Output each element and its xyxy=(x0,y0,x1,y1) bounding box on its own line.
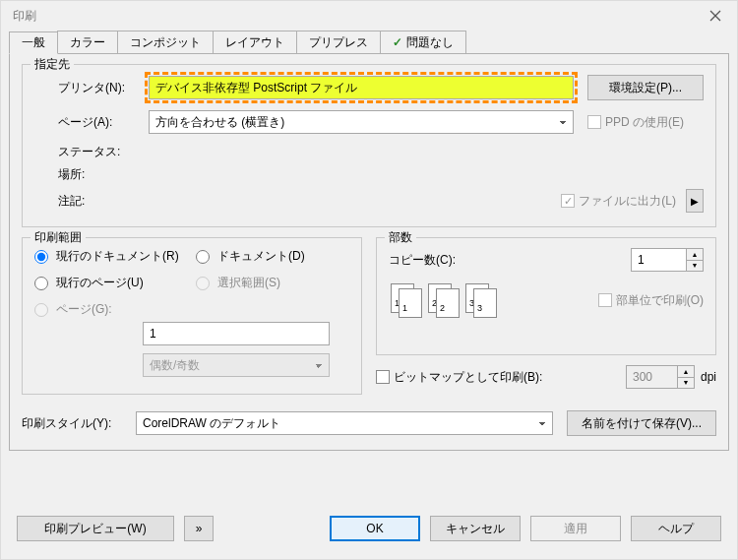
dpi-unit: dpi xyxy=(701,370,716,384)
tab-label: コンポジット xyxy=(130,34,201,51)
checkbox-icon xyxy=(598,293,612,307)
cancel-button[interactable]: キャンセル xyxy=(430,516,521,541)
group-print-range: 印刷範囲 現行のドキュメント(R) 現行のページ(U) ページ(G): ドキュメ… xyxy=(22,237,362,395)
dpi-spinner[interactable]: ▲▼ xyxy=(626,365,695,389)
radio-label: 現行のページ(U) xyxy=(56,275,144,291)
titlebar: 印刷 xyxy=(1,1,737,31)
group-legend: 部数 xyxy=(385,229,416,246)
radio-document[interactable]: ドキュメント(D) xyxy=(196,248,349,265)
close-icon xyxy=(709,10,721,22)
save-as-button[interactable]: 名前を付けて保存(V)... xyxy=(567,410,716,436)
print-as-bitmap-checkbox[interactable]: ビットマップとして印刷(B): xyxy=(376,369,626,386)
tab-layout[interactable]: レイアウト xyxy=(213,31,297,53)
ok-button[interactable]: OK xyxy=(330,516,420,541)
checkbox-label: 部単位で印刷(O) xyxy=(616,292,704,309)
print-dialog: 印刷 一般 カラー コンポジット レイアウト プリプレス ✓問題なし 指定先 プ… xyxy=(0,0,738,560)
radio-pages[interactable]: ページ(G): xyxy=(34,301,188,318)
page-label: ページ(A): xyxy=(58,114,149,131)
radio-label: 現行のドキュメント(R) xyxy=(56,248,179,265)
dpi-input[interactable] xyxy=(626,365,677,389)
tab-label: カラー xyxy=(70,34,105,51)
status-label: ステータス: xyxy=(58,144,149,160)
radio-selection[interactable]: 選択範囲(S) xyxy=(196,275,349,291)
checkbox-label: ファイルに出力(L) xyxy=(579,193,676,210)
file-output-flyout-button[interactable]: ▶ xyxy=(686,189,704,213)
tab-label: 一般 xyxy=(22,34,45,51)
group-copies: 部数 コピー数(C): ▲▼ 11 22 xyxy=(376,237,716,355)
group-legend: 印刷範囲 xyxy=(31,229,86,246)
checkmark-icon: ✓ xyxy=(393,35,402,49)
radio-label: ドキュメント(D) xyxy=(217,248,305,265)
printer-select[interactable]: デバイス非依存型 PostScript ファイル xyxy=(149,76,574,99)
collate-illustration: 11 22 33 xyxy=(391,283,598,319)
radio-current-document[interactable]: 現行のドキュメント(R) xyxy=(34,248,188,265)
tab-strip: 一般 カラー コンポジット レイアウト プリプレス ✓問題なし xyxy=(9,31,729,54)
tab-color[interactable]: カラー xyxy=(57,31,118,53)
spin-up-icon[interactable]: ▲ xyxy=(687,249,703,261)
page-orientation-select[interactable]: 方向を合わせる (横置き) xyxy=(149,110,574,134)
tab-general[interactable]: 一般 xyxy=(9,31,58,54)
radio-label: 選択範囲(S) xyxy=(217,275,280,291)
collate-checkbox[interactable]: 部単位で印刷(O) xyxy=(598,292,704,309)
copies-input[interactable] xyxy=(631,248,686,272)
help-button[interactable]: ヘルプ xyxy=(631,516,721,541)
spin-down-icon[interactable]: ▼ xyxy=(687,261,703,272)
checkbox-icon xyxy=(587,115,601,129)
location-label: 場所: xyxy=(58,166,149,183)
checkbox-label: ビットマップとして印刷(B): xyxy=(394,369,542,386)
group-legend: 指定先 xyxy=(31,56,74,73)
window-title: 印刷 xyxy=(13,8,36,25)
checkbox-icon xyxy=(561,194,575,208)
pages-input[interactable] xyxy=(143,322,330,345)
copies-label: コピー数(C): xyxy=(389,252,631,269)
tab-label: プリプレス xyxy=(309,34,368,51)
tab-composite[interactable]: コンポジット xyxy=(117,31,214,53)
triangle-right-icon: ▶ xyxy=(691,196,699,207)
expand-preview-button[interactable]: » xyxy=(184,516,214,541)
radio-label: ページ(G): xyxy=(56,301,112,318)
close-button[interactable] xyxy=(693,1,737,31)
copies-spinner[interactable]: ▲▼ xyxy=(631,248,704,272)
even-odd-select[interactable]: 偶数/奇数 xyxy=(143,353,330,377)
printer-settings-button[interactable]: 環境設定(P)... xyxy=(587,75,704,100)
tab-issues[interactable]: ✓問題なし xyxy=(380,31,466,53)
spin-down-icon[interactable]: ▼ xyxy=(678,378,694,389)
radio-current-page[interactable]: 現行のページ(U) xyxy=(34,275,188,291)
printer-label: プリンタ(N): xyxy=(58,80,149,96)
print-to-file-checkbox[interactable]: ファイルに出力(L) xyxy=(561,193,676,210)
tab-label: 問題なし xyxy=(406,34,454,51)
tab-label: レイアウト xyxy=(225,34,284,51)
double-chevron-right-icon: » xyxy=(196,522,203,535)
checkbox-label: PPD の使用(E) xyxy=(605,114,684,131)
group-destination: 指定先 プリンタ(N): デバイス非依存型 PostScript ファイル 環境… xyxy=(22,64,716,227)
print-style-select[interactable]: CorelDRAW のデフォルト xyxy=(136,411,553,435)
spin-up-icon[interactable]: ▲ xyxy=(678,366,694,378)
comment-label: 注記: xyxy=(58,193,149,210)
use-ppd-checkbox[interactable]: PPD の使用(E) xyxy=(587,114,704,131)
checkbox-icon xyxy=(376,370,390,384)
apply-button[interactable]: 適用 xyxy=(530,516,621,541)
tab-prepress[interactable]: プリプレス xyxy=(296,31,381,53)
print-preview-button[interactable]: 印刷プレビュー(W) xyxy=(17,516,174,541)
print-style-label: 印刷スタイル(Y): xyxy=(22,415,136,432)
